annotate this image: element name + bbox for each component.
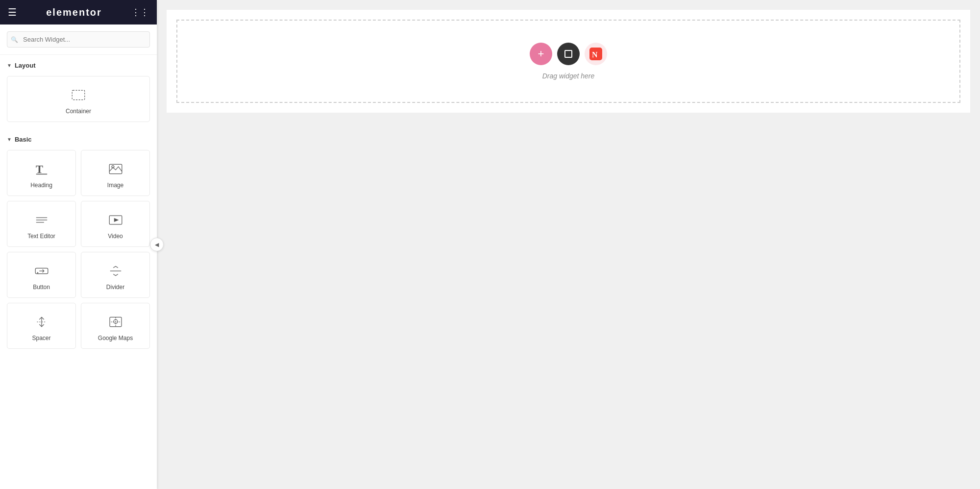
svg-rect-19 bbox=[565, 50, 572, 57]
text-editor-icon bbox=[33, 211, 50, 229]
divider-label: Divider bbox=[106, 284, 124, 291]
search-input[interactable] bbox=[7, 31, 150, 48]
container-icon bbox=[70, 86, 87, 104]
add-widget-button[interactable]: + bbox=[530, 43, 552, 65]
topbar: ☰ elementor ⋮⋮ bbox=[0, 0, 157, 24]
image-label: Image bbox=[107, 182, 123, 189]
svg-text:T: T bbox=[36, 163, 43, 175]
canvas-frame: + N Drag widget here bbox=[167, 10, 970, 113]
drop-zone-actions: + N bbox=[530, 43, 607, 65]
settings-button[interactable] bbox=[557, 43, 580, 65]
svg-marker-9 bbox=[114, 218, 119, 222]
button-label: Button bbox=[33, 284, 50, 291]
spacer-label: Spacer bbox=[32, 335, 50, 342]
drop-zone[interactable]: + N Drag widget here bbox=[176, 20, 960, 103]
widget-card-container[interactable]: Container bbox=[7, 76, 150, 122]
container-label: Container bbox=[66, 108, 91, 115]
collapse-sidebar-button[interactable]: ◀ bbox=[150, 238, 164, 251]
heading-icon: T bbox=[33, 160, 50, 178]
news-button[interactable]: N bbox=[585, 43, 607, 65]
basic-chevron-icon: ▼ bbox=[7, 137, 12, 142]
heading-label: Heading bbox=[30, 182, 52, 189]
svg-rect-0 bbox=[72, 90, 85, 99]
video-icon bbox=[107, 211, 124, 229]
widget-card-button[interactable]: Button bbox=[7, 252, 76, 298]
image-icon bbox=[107, 160, 124, 178]
widget-card-divider[interactable]: Divider bbox=[81, 252, 150, 298]
widget-card-spacer[interactable]: Spacer bbox=[7, 303, 76, 349]
layout-section-header[interactable]: ▼ Layout bbox=[0, 55, 157, 73]
layout-chevron-icon: ▼ bbox=[7, 63, 12, 68]
sidebar: ☰ elementor ⋮⋮ ▼ Layout Container ▼ Basi… bbox=[0, 0, 157, 489]
text-editor-label: Text Editor bbox=[27, 233, 55, 240]
elementor-logo: elementor bbox=[46, 7, 102, 18]
hamburger-icon[interactable]: ☰ bbox=[8, 6, 17, 18]
spacer-icon bbox=[33, 313, 50, 331]
basic-widget-grid: T Heading Image bbox=[0, 147, 157, 356]
button-icon bbox=[33, 262, 50, 280]
basic-section-label: Basic bbox=[15, 136, 32, 143]
layout-widget-grid: Container bbox=[0, 73, 157, 129]
layout-section-label: Layout bbox=[15, 62, 36, 69]
widget-card-google-maps[interactable]: Google Maps bbox=[81, 303, 150, 349]
drop-text: Drag widget here bbox=[542, 72, 595, 80]
basic-section-header[interactable]: ▼ Basic bbox=[0, 129, 157, 147]
widget-card-heading[interactable]: T Heading bbox=[7, 150, 76, 196]
google-maps-label: Google Maps bbox=[98, 335, 133, 342]
widget-card-image[interactable]: Image bbox=[81, 150, 150, 196]
widget-card-video[interactable]: Video bbox=[81, 201, 150, 247]
google-maps-icon bbox=[107, 313, 124, 331]
divider-icon bbox=[107, 262, 124, 280]
widget-card-text-editor[interactable]: Text Editor bbox=[7, 201, 76, 247]
video-label: Video bbox=[108, 233, 122, 240]
grid-icon[interactable]: ⋮⋮ bbox=[131, 7, 149, 18]
svg-text:N: N bbox=[592, 50, 598, 59]
search-area bbox=[0, 24, 157, 55]
canvas-area: + N Drag widget here bbox=[157, 0, 980, 489]
